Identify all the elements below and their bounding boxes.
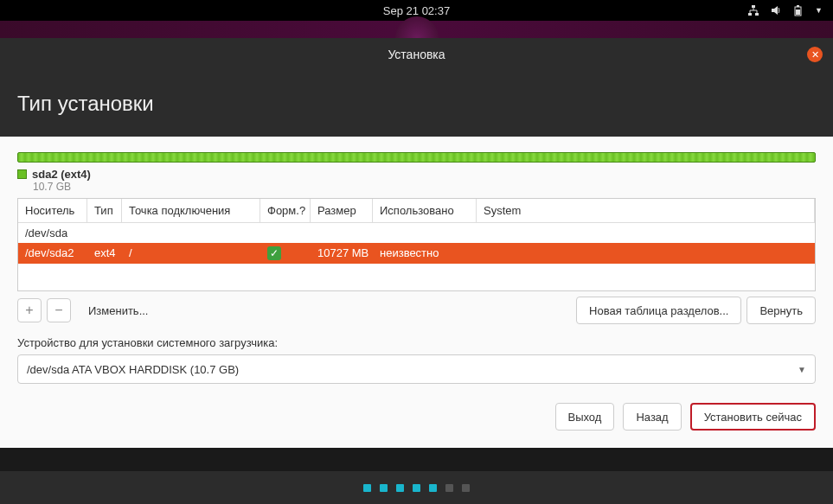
progress-dot[interactable] [380,484,388,492]
back-button[interactable]: Назад [623,403,681,431]
table-header: Носитель Тип Точка подключения Форм.? Ра… [18,199,815,223]
bootloader-label: Устройство для установки системного загр… [17,336,816,349]
new-partition-table-button[interactable]: Новая таблица разделов... [576,297,741,324]
chevron-down-icon: ▼ [798,365,806,374]
col-mount[interactable]: Точка подключения [122,199,260,223]
progress-dot[interactable] [396,484,404,492]
col-type[interactable]: Тип [87,199,122,223]
partition-size: 10.7 GB [33,181,816,193]
progress-dot[interactable] [363,484,371,492]
col-system[interactable]: System [477,199,815,223]
progress-dot[interactable] [429,484,437,492]
table-body[interactable]: /dev/sda /dev/sda2 ext4 / ✓ 10727 MB неи… [18,223,815,290]
desktop-wallpaper [0,21,833,38]
partition-name: sda2 (ext4) [32,168,91,181]
col-size[interactable]: Размер [311,199,373,223]
col-device[interactable]: Носитель [18,199,87,223]
page-title: Тип установки [17,92,816,116]
svg-rect-1 [748,13,752,16]
chevron-down-icon[interactable]: ▼ [815,6,823,15]
progress-dot[interactable] [462,484,470,492]
cell-format: ✓ [260,243,311,264]
cell-type: ext4 [87,243,122,264]
page-header: Тип установки [0,71,833,137]
svg-rect-5 [796,10,800,15]
minus-icon: − [54,303,62,318]
add-partition-button[interactable]: + [17,298,42,322]
network-icon[interactable] [747,4,759,16]
disk-usage-bar[interactable] [17,152,816,163]
close-button[interactable]: ✕ [807,47,823,62]
cell-device: /dev/sda [18,223,87,243]
bootloader-value: /dev/sda ATA VBOX HARDDISK (10.7 GB) [27,363,239,376]
check-icon: ✓ [267,246,281,260]
svg-rect-4 [797,5,799,7]
partition-legend: sda2 (ext4) [17,168,816,181]
col-format[interactable]: Форм.? [260,199,311,223]
system-tray: ▼ [747,4,823,16]
cell-mount: / [122,243,260,264]
partition-color-swatch [17,169,27,179]
edit-partition-button[interactable]: Изменить... [76,297,160,324]
remove-partition-button[interactable]: − [47,298,71,322]
close-icon: ✕ [811,50,819,60]
footer-buttons: Выход Назад Установить сейчас [17,403,816,431]
installer-window: Установка ✕ Тип установки sda2 (ext4) 10… [0,38,833,448]
bootloader-select[interactable]: /dev/sda ATA VBOX HARDDISK (10.7 GB) ▼ [17,354,816,384]
revert-button[interactable]: Вернуть [746,297,816,324]
install-now-button[interactable]: Установить сейчас [690,403,816,431]
window-title: Установка [388,48,445,61]
content-area: sda2 (ext4) 10.7 GB Носитель Тип Точка п… [0,137,833,448]
progress-dot[interactable] [413,484,420,492]
svg-rect-0 [752,5,755,8]
progress-dot[interactable] [445,484,453,492]
progress-dots [0,471,833,504]
plus-icon: + [25,303,33,318]
partition-table: Носитель Тип Точка подключения Форм.? Ра… [17,198,816,291]
col-used[interactable]: Использовано [373,199,477,223]
svg-rect-2 [755,13,759,16]
window-titlebar: Установка ✕ [0,38,833,71]
cell-device: /dev/sda2 [18,243,87,264]
partition-toolbelt: + − Изменить... Новая таблица разделов..… [17,297,816,324]
volume-icon[interactable] [770,4,782,16]
table-row[interactable]: /dev/sda [18,223,815,243]
cell-size: 10727 MB [311,243,373,264]
table-row[interactable]: /dev/sda2 ext4 / ✓ 10727 MB неизвестно [18,243,815,264]
cell-used: неизвестно [373,243,477,264]
clock: Sep 21 02:37 [383,4,450,17]
battery-icon[interactable] [792,4,804,16]
quit-button[interactable]: Выход [555,403,615,431]
